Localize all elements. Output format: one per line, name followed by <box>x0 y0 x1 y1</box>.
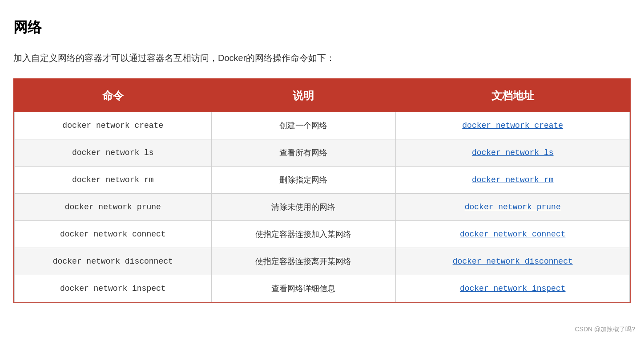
page-title: 网络 <box>13 18 631 37</box>
table-row: docker network disconnect使指定容器连接离开某网络doc… <box>15 248 630 275</box>
desc-cell: 创建一个网络 <box>211 112 396 139</box>
table-row: docker network create创建一个网络docker networ… <box>15 112 630 139</box>
table-row: docker network inspect查看网络详细信息docker net… <box>15 275 630 302</box>
link-cell[interactable]: docker network disconnect <box>396 248 630 275</box>
link-cell[interactable]: docker network create <box>396 112 630 139</box>
link-cell[interactable]: docker network prune <box>396 194 630 221</box>
cmd-cell: docker network inspect <box>15 275 212 302</box>
table-row: docker network prune清除未使用的网络docker netwo… <box>15 194 630 221</box>
link-cell[interactable]: docker network inspect <box>396 275 630 302</box>
doc-link[interactable]: docker network prune <box>465 203 561 212</box>
cmd-cell: docker network connect <box>15 221 212 248</box>
link-cell[interactable]: docker network connect <box>396 221 630 248</box>
doc-link[interactable]: docker network create <box>462 121 563 130</box>
network-commands-table: 命令 说明 文档地址 docker network create创建一个网络do… <box>13 78 631 303</box>
cmd-cell: docker network rm <box>15 167 212 194</box>
doc-link[interactable]: docker network disconnect <box>453 257 573 266</box>
link-cell[interactable]: docker network rm <box>396 167 630 194</box>
table-header-row: 命令 说明 文档地址 <box>15 80 630 112</box>
doc-link[interactable]: docker network rm <box>472 175 554 184</box>
header-desc: 说明 <box>211 80 396 112</box>
desc-cell: 清除未使用的网络 <box>211 194 396 221</box>
desc-cell: 使指定容器连接离开某网络 <box>211 248 396 275</box>
footer-text: CSDN @加辣椒了吗? <box>575 326 635 334</box>
desc-cell: 使指定容器连接加入某网络 <box>211 221 396 248</box>
desc-cell: 删除指定网络 <box>211 167 396 194</box>
link-cell[interactable]: docker network ls <box>396 139 630 167</box>
page-description: 加入自定义网络的容器才可以通过容器名互相访问，Docker的网络操作命令如下： <box>13 51 631 65</box>
doc-link[interactable]: docker network connect <box>460 230 566 239</box>
header-cmd: 命令 <box>15 80 212 112</box>
cmd-cell: docker network disconnect <box>15 248 212 275</box>
header-link: 文档地址 <box>396 80 630 112</box>
cmd-cell: docker network ls <box>15 139 212 167</box>
doc-link[interactable]: docker network inspect <box>460 284 566 293</box>
cmd-cell: docker network create <box>15 112 212 139</box>
table-row: docker network connect使指定容器连接加入某网络docker… <box>15 221 630 248</box>
table-row: docker network ls查看所有网络docker network ls <box>15 139 630 167</box>
desc-cell: 查看所有网络 <box>211 139 396 167</box>
doc-link[interactable]: docker network ls <box>472 148 554 157</box>
desc-cell: 查看网络详细信息 <box>211 275 396 302</box>
table-row: docker network rm删除指定网络docker network rm <box>15 167 630 194</box>
cmd-cell: docker network prune <box>15 194 212 221</box>
